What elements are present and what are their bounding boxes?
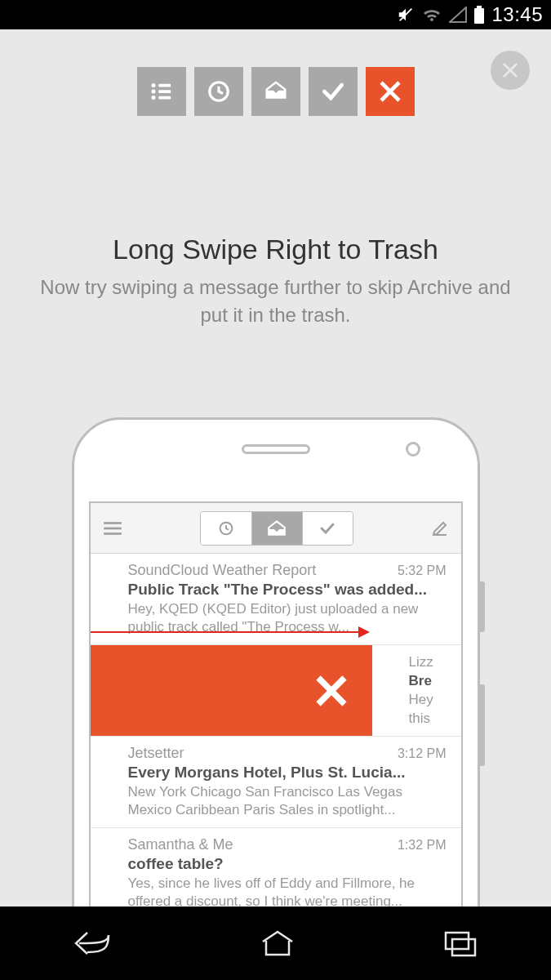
tutorial-subtitle: Now try swiping a message further to ski… — [33, 274, 518, 328]
message-time: 1:32 PM — [398, 838, 447, 853]
wifi-icon — [421, 7, 442, 23]
toolbar-archive-button[interactable] — [309, 67, 358, 116]
status-time: 13:45 — [491, 3, 543, 26]
svg-rect-6 — [158, 90, 171, 93]
nav-recents-button[interactable] — [442, 929, 478, 957]
message-subject: Every Morgans Hotel, Plus St. Lucia... — [128, 764, 447, 782]
x-icon — [379, 80, 402, 103]
svg-point-7 — [151, 96, 155, 100]
mute-icon — [397, 6, 415, 24]
message-preview: this — [409, 710, 461, 728]
check-icon — [320, 78, 346, 105]
segmented-control — [200, 511, 353, 546]
phone-camera — [406, 442, 420, 457]
hamburger-icon — [102, 520, 123, 537]
close-icon — [501, 61, 519, 79]
message-subject: coffee table? — [128, 855, 447, 873]
svg-point-3 — [151, 83, 155, 87]
list-icon — [149, 79, 174, 104]
message-time: 5:32 PM — [398, 564, 447, 578]
svg-rect-2 — [477, 6, 482, 8]
phone-side-button — [480, 684, 485, 766]
phone-speaker — [242, 444, 310, 454]
clock-icon — [217, 519, 235, 537]
toolbar-snooze-button[interactable] — [194, 67, 243, 116]
app-header — [91, 503, 461, 554]
signal-icon — [449, 7, 467, 23]
clock-icon — [207, 79, 231, 104]
inbox-icon — [266, 519, 287, 537]
tutorial-toolbar — [137, 67, 415, 116]
tutorial-overlay: Long Swipe Right to Trash Now try swipin… — [0, 29, 551, 906]
message-row-swiping[interactable]: Lizz Bre Hey this — [91, 645, 461, 737]
svg-rect-8 — [158, 96, 171, 100]
toolbar-inbox-button[interactable] — [251, 67, 300, 116]
message-row[interactable]: SoundCloud Weather Report 5:32 PM Public… — [91, 554, 461, 645]
message-time: 3:12 PM — [398, 746, 447, 761]
phone-screen: SoundCloud Weather Report 5:32 PM Public… — [89, 501, 463, 906]
tutorial-heading: Long Swipe Right to Trash Now try swipin… — [0, 234, 551, 328]
home-icon — [258, 929, 297, 958]
battery-icon — [473, 6, 485, 24]
toolbar-trash-button[interactable] — [366, 67, 415, 116]
nav-home-button[interactable] — [258, 929, 297, 958]
svg-rect-14 — [446, 933, 469, 949]
x-icon — [315, 675, 348, 707]
message-subject: Public Track "The Process" was added... — [128, 581, 447, 599]
compose-icon — [430, 519, 450, 538]
phone-side-button — [480, 581, 485, 632]
message-subject: Bre — [409, 672, 461, 691]
inbox-icon — [264, 79, 288, 104]
compose-button[interactable] — [430, 519, 450, 538]
svg-point-5 — [151, 90, 155, 94]
svg-rect-15 — [452, 939, 475, 956]
message-peek: Lizz Bre Hey this — [398, 645, 461, 736]
check-icon — [318, 519, 337, 538]
tutorial-title: Long Swipe Right to Trash — [33, 234, 518, 265]
back-icon — [73, 928, 113, 959]
message-row[interactable]: Samantha & Me 1:32 PM coffee table? Yes,… — [91, 828, 461, 906]
seg-inbox[interactable] — [251, 512, 302, 545]
recents-icon — [442, 929, 478, 957]
phone-mockup: SoundCloud Weather Report 5:32 PM Public… — [72, 417, 480, 906]
message-preview: Hey — [409, 691, 461, 710]
message-row[interactable]: Jetsetter 3:12 PM Every Morgans Hotel, P… — [91, 737, 461, 828]
nav-back-button[interactable] — [73, 928, 113, 959]
svg-rect-1 — [474, 8, 484, 24]
seg-archive[interactable] — [302, 512, 353, 545]
close-button[interactable] — [491, 51, 530, 90]
android-nav-bar — [0, 906, 551, 980]
seg-snooze[interactable] — [201, 512, 251, 545]
swipe-trash-background — [91, 645, 372, 736]
message-preview: New York Chicago San Francisco Las Vegas… — [128, 783, 447, 819]
message-sender: Lizz — [409, 653, 461, 672]
toolbar-list-button[interactable] — [137, 67, 186, 116]
swipe-arrow-icon — [91, 631, 368, 633]
svg-rect-4 — [158, 84, 171, 87]
status-bar: 13:45 — [0, 0, 551, 29]
message-preview: Yes, since he lives off of Eddy and Fill… — [128, 875, 447, 906]
hamburger-button[interactable] — [102, 520, 123, 537]
